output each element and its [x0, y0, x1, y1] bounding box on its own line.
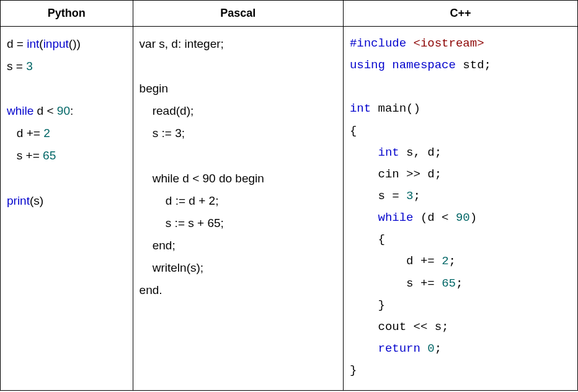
- code-comparison-table: Python Pascal C++ d = int(input()) s = 3…: [0, 0, 578, 391]
- header-row: Python Pascal C++: [1, 1, 578, 27]
- header-python: Python: [1, 1, 133, 27]
- cpp-code: #include <iostream> using namespace std;…: [350, 33, 571, 381]
- cell-python: d = int(input()) s = 3 while d < 90: d +…: [1, 27, 133, 391]
- code-row: d = int(input()) s = 3 while d < 90: d +…: [1, 27, 578, 391]
- header-cpp: C++: [343, 1, 577, 27]
- cell-pascal: var s, d: integer; begin read(d); s := 3…: [133, 27, 343, 391]
- pascal-code: var s, d: integer; begin read(d); s := 3…: [140, 33, 337, 301]
- python-code: d = int(input()) s = 3 while d < 90: d +…: [7, 33, 127, 212]
- cell-cpp: #include <iostream> using namespace std;…: [343, 27, 577, 391]
- header-pascal: Pascal: [133, 1, 343, 27]
